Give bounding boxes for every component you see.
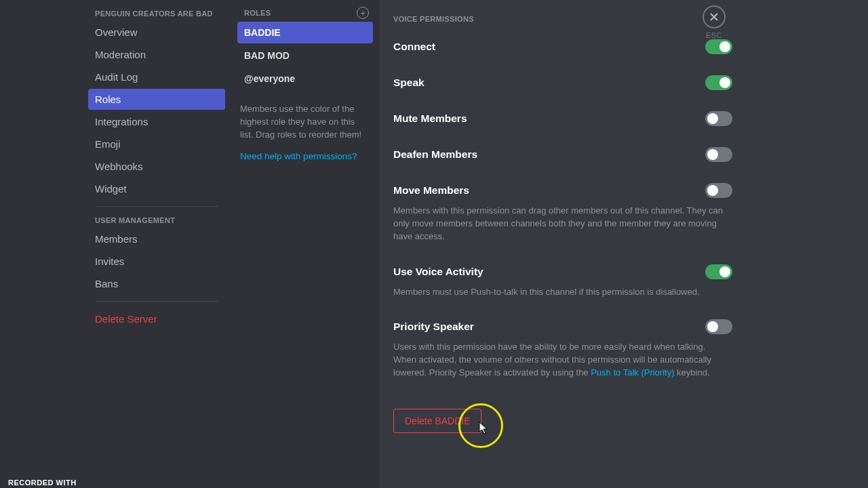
add-role-icon[interactable]: + xyxy=(357,7,369,19)
roles-column: ROLES + BADDIEBAD MOD@everyone Members u… xyxy=(231,0,380,488)
permission-row: Deafen Members xyxy=(393,138,732,174)
divider xyxy=(95,301,218,302)
permission-title: Use Voice Activity xyxy=(393,266,484,278)
close-button[interactable] xyxy=(703,5,726,28)
sidebar-item-overview[interactable]: Overview xyxy=(88,22,225,43)
permission-row: Connect xyxy=(393,30,732,66)
sidebar-item-invites[interactable]: Invites xyxy=(88,251,225,272)
permission-row: Use Voice ActivityMembers must use Push-… xyxy=(393,255,732,310)
roles-heading: ROLES xyxy=(244,9,271,17)
role-item[interactable]: BAD MOD xyxy=(237,45,373,66)
divider xyxy=(95,206,218,207)
permission-row: Priority SpeakerUsers with this permissi… xyxy=(393,310,732,391)
permission-toggle[interactable] xyxy=(705,39,732,54)
role-item[interactable]: BADDIE xyxy=(237,22,373,43)
roles-help-text: Members use the color of the highest rol… xyxy=(237,91,373,142)
permission-toggle[interactable] xyxy=(705,319,732,334)
permission-row: Move MembersMembers with this permission… xyxy=(393,174,732,255)
server-name-heading: PENGUIN CREATORS ARE BAD xyxy=(88,7,225,22)
sidebar-item-moderation[interactable]: Moderation xyxy=(88,44,225,65)
sidebar-item-roles[interactable]: Roles xyxy=(88,89,225,110)
voice-permissions-heading: VOICE PERMISSIONS xyxy=(393,7,732,30)
sidebar-item-integrations[interactable]: Integrations xyxy=(88,111,225,132)
permission-toggle[interactable] xyxy=(705,111,732,126)
permission-toggle[interactable] xyxy=(705,75,732,90)
role-item[interactable]: @everyone xyxy=(237,68,373,89)
close-area: ESC xyxy=(703,5,726,39)
permission-title: Connect xyxy=(393,41,435,53)
permission-title: Speak xyxy=(393,77,425,89)
permission-row: Mute Members xyxy=(393,102,732,138)
permission-description: Users with this permission have the abil… xyxy=(393,334,732,380)
permission-toggle[interactable] xyxy=(705,147,732,162)
user-management-heading: USER MANAGEMENT xyxy=(88,214,225,228)
settings-sidebar: PENGUIN CREATORS ARE BAD OverviewModerat… xyxy=(0,0,231,488)
permission-title: Deafen Members xyxy=(393,148,477,161)
permissions-help-link[interactable]: Need help with permissions? xyxy=(237,142,373,161)
delete-server-button[interactable]: Delete Server xyxy=(88,308,225,329)
delete-role-button[interactable]: Delete BADDIE xyxy=(393,409,481,433)
permission-description: Members with this permission can drag ot… xyxy=(393,198,732,243)
permission-toggle[interactable] xyxy=(705,264,732,279)
permission-title: Priority Speaker xyxy=(393,321,474,333)
sidebar-item-bans[interactable]: Bans xyxy=(88,273,225,294)
sidebar-item-emoji[interactable]: Emoji xyxy=(88,134,225,155)
sidebar-item-audit-log[interactable]: Audit Log xyxy=(88,66,225,87)
permission-toggle[interactable] xyxy=(705,183,732,198)
close-label: ESC xyxy=(703,31,726,39)
push-to-talk-priority-link[interactable]: Push to Talk (Priority) xyxy=(591,367,674,378)
permissions-panel: VOICE PERMISSIONS ConnectSpeakMute Membe… xyxy=(380,0,868,488)
sidebar-item-widget[interactable]: Widget xyxy=(88,178,225,199)
close-icon xyxy=(709,12,719,22)
sidebar-item-members[interactable]: Members xyxy=(88,228,225,249)
permission-description: Members must use Push-to-talk in this ch… xyxy=(393,279,732,299)
permission-row: Speak xyxy=(393,66,732,102)
permission-title: Mute Members xyxy=(393,113,467,125)
permission-title: Move Members xyxy=(393,184,469,197)
sidebar-item-webhooks[interactable]: Webhooks xyxy=(88,156,225,177)
recorded-with-watermark: RECORDED WITH xyxy=(8,479,77,487)
